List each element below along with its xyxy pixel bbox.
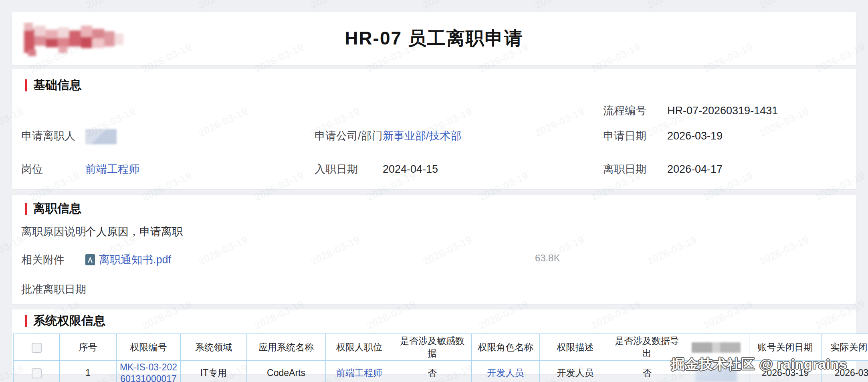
approved-date-label: 批准离职日期 [21, 281, 86, 297]
section-title-text: 离职信息 [33, 200, 81, 217]
apply-date-value: 2026-03-19 [667, 128, 723, 144]
col-header-system-domain: 系统领域 [181, 334, 247, 361]
attachment-file-name[interactable]: 离职通知书.pdf [99, 252, 171, 268]
company-dept-link[interactable]: 新事业部/技术部 [383, 128, 462, 144]
diagonal-watermark-text: 2026-03-19 [421, 0, 474, 12]
col-header-permission-no: 权限编号 [117, 334, 181, 361]
holder-position-link[interactable]: 前端工程师 [336, 368, 382, 378]
company-dept-label: 申请公司/部门 [315, 128, 383, 144]
page-title: HR-07 员工离职申请 [345, 26, 523, 51]
cell-permission-no: MK-IS-03-20260131000017 [117, 361, 181, 382]
permission-no-link[interactable]: MK-IS-03-20260131000017 [120, 362, 177, 382]
row-checkbox[interactable] [32, 368, 42, 378]
cell-sensitive-data: 否 [393, 361, 472, 382]
process-no-label: 流程编号 [603, 103, 646, 119]
leave-date-label: 离职日期 [603, 161, 646, 177]
attachment-file-link[interactable]: 离职通知书.pdf [85, 252, 171, 268]
apply-date-label: 申请日期 [603, 128, 646, 144]
diagonal-watermark-text: 2026-03-19 [196, 0, 250, 12]
company-logo-pixelated [20, 22, 126, 59]
attachment-file-size: 63.8K [535, 250, 560, 266]
site-watermark: 掘金技术社区 @ raingrains [671, 355, 847, 374]
row-select-cell [14, 361, 60, 382]
position-link[interactable]: 前端工程师 [85, 161, 139, 177]
col-header-sensitive-data: 是否涉及敏感数据 [393, 334, 472, 361]
diagonal-watermark-text: 2026-03-19 [309, 0, 362, 12]
section-basic-info: 基础信息 流程编号 HR-07-20260319-1431 申请离职人 申请公司… [12, 69, 856, 189]
redacted-header-block [692, 342, 741, 353]
section-title-text: 系统权限信息 [33, 313, 105, 329]
reason-value: 个人原因，申请离职 [85, 224, 183, 240]
diagonal-watermark-text: 2026-03-19 [84, 0, 137, 12]
cell-seq: 1 [60, 361, 117, 382]
entry-date-label: 入职日期 [315, 161, 358, 177]
section-accent-bar [25, 203, 27, 215]
basic-info-title: 基础信息 [25, 77, 81, 93]
position-label: 岗位 [21, 161, 43, 177]
col-header-role-name: 权限角色名称 [472, 334, 540, 361]
role-name-link[interactable]: 开发人员 [487, 368, 524, 378]
select-all-checkbox[interactable] [32, 343, 42, 353]
resign-info-title: 离职信息 [25, 200, 81, 217]
cell-permission-desc: 开发人员 [540, 361, 611, 382]
pdf-file-icon [85, 254, 95, 265]
diagonal-watermark-text: 2026-03-19 [533, 0, 586, 12]
section-accent-bar [25, 79, 27, 91]
form-header: HR-07 员工离职申请 [12, 12, 856, 65]
cell-holder-position: 前端工程师 [326, 361, 393, 382]
system-permissions-title: 系统权限信息 [25, 313, 105, 329]
section-accent-bar [25, 315, 27, 327]
col-header-app-system: 应用系统名称 [247, 334, 326, 361]
col-header-holder-position: 权限人职位 [326, 334, 393, 361]
section-resign-info: 离职信息 离职原因说明 个人原因，申请离职 相关附件 离职通知书.pdf 63.… [12, 195, 856, 304]
select-all-cell [14, 334, 60, 361]
diagonal-watermark-text: 2026-03-19 [0, 0, 25, 12]
diagonal-watermark-text: 2026-03-19 [645, 0, 698, 12]
cell-system-domain: IT专用 [181, 361, 247, 382]
page: 2026-03-192026-03-192026-03-192026-03-19… [0, 0, 868, 382]
leave-date-value: 2026-04-17 [667, 161, 723, 177]
process-no-value: HR-07-20260319-1431 [667, 103, 778, 119]
section-title-text: 基础信息 [33, 77, 81, 93]
applicant-name-redacted [85, 129, 117, 144]
attachment-label: 相关附件 [21, 252, 65, 268]
reason-label: 离职原因说明 [21, 224, 86, 240]
col-header-permission-desc: 权限描述 [540, 334, 611, 361]
entry-date-value: 2024-04-15 [383, 161, 438, 177]
diagonal-watermark-text: 2026-03-19 [757, 0, 811, 12]
col-header-seq: 序号 [60, 334, 117, 361]
applicant-label: 申请离职人 [21, 128, 75, 144]
cell-app-system: CodeArts [247, 361, 326, 382]
cell-role-name: 开发人员 [472, 361, 540, 382]
